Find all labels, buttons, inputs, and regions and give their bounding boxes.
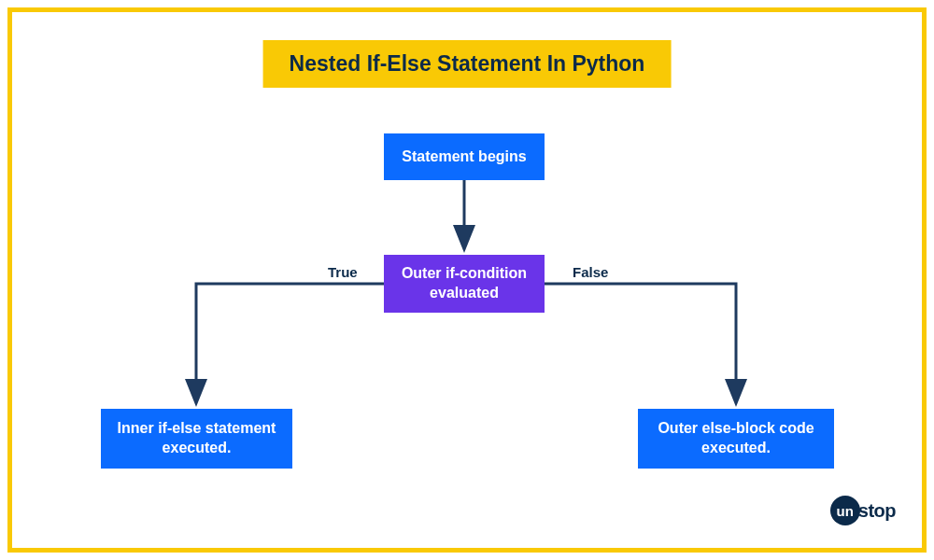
diagram-frame: Nested If-Else Statement In Python State… [7, 7, 927, 553]
label-false: False [573, 264, 608, 280]
node-condition: Outer if-condition evaluated [384, 255, 545, 313]
node-true-branch: Inner if-else statement executed. [101, 409, 292, 469]
node-condition-label: Outer if-condition evaluated [395, 264, 533, 303]
logo-badge: un [830, 496, 860, 525]
diagram-title: Nested If-Else Statement In Python [263, 40, 672, 88]
brand-logo: un stop [830, 496, 896, 525]
arrow-true-path [196, 284, 384, 401]
node-false-label: Outer else-block code executed. [649, 419, 823, 458]
arrow-false-path [545, 284, 736, 401]
node-start-label: Statement begins [402, 147, 526, 167]
node-false-branch: Outer else-block code executed. [638, 409, 834, 469]
label-true: True [328, 264, 358, 280]
logo-text: stop [858, 500, 896, 522]
node-true-label: Inner if-else statement executed. [112, 419, 281, 458]
node-start: Statement begins [384, 133, 545, 180]
